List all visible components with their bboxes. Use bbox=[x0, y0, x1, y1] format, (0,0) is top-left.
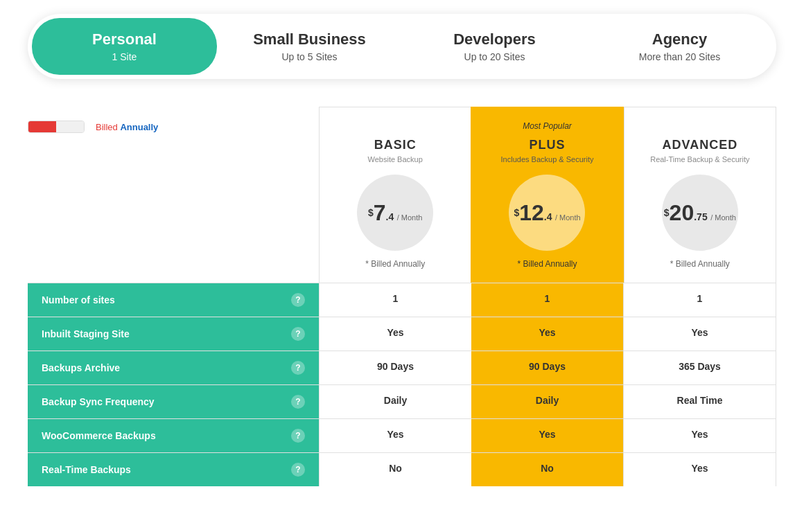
plan-subtitle-plus: Includes Backup & Security bbox=[478, 155, 615, 163]
feature-row: Inbuilt Staging Site ? YesYesYes bbox=[28, 317, 776, 351]
price-card-advanced: ADVANCED Real-Time Backup & Security $20… bbox=[624, 107, 776, 283]
feature-label-text: WooCommerce Backups bbox=[42, 430, 156, 441]
plan-tab-desc: Up to 5 Sites bbox=[231, 51, 388, 62]
billed-annually-basic: * Billed Annually bbox=[326, 259, 464, 269]
plan-tab-desc: More than 20 Sites bbox=[601, 51, 758, 62]
most-popular-badge bbox=[631, 121, 769, 132]
plan-tab-name: Developers bbox=[416, 30, 573, 48]
price-card-plus: Most Popular PLUS Includes Backup & Secu… bbox=[471, 107, 623, 283]
feature-label-3: Backup Sync Frequency ? bbox=[28, 385, 319, 418]
price-card-basic: BASIC Website Backup $7.4 / Month * Bill… bbox=[319, 107, 471, 283]
plan-tab-name: Small Business bbox=[231, 30, 388, 48]
plan-subtitle-basic: Website Backup bbox=[326, 155, 464, 163]
pricing-page: Personal 1 Site Small Business Up to 5 S… bbox=[0, 0, 804, 500]
feature-label-1: Inbuilt Staging Site ? bbox=[28, 317, 319, 351]
feature-value-2-0: 90 Days bbox=[319, 351, 471, 384]
feature-row: Backup Sync Frequency ? DailyDailyReal T… bbox=[28, 384, 776, 418]
plan-tab-desc: 1 Site bbox=[46, 51, 203, 62]
billed-annually-advanced: * Billed Annually bbox=[631, 259, 769, 269]
feature-row: WooCommerce Backups ? YesYesYes bbox=[28, 418, 776, 452]
plan-title-basic: BASIC bbox=[326, 138, 464, 152]
feature-label-5: Real-Time Backups ? bbox=[28, 453, 319, 486]
feature-value-4-1: Yes bbox=[471, 419, 623, 452]
price-decimal: .4 bbox=[544, 211, 552, 222]
price-cards-row: BASIC Website Backup $7.4 / Month * Bill… bbox=[319, 107, 776, 283]
plan-tab-small-business[interactable]: Small Business Up to 5 Sites bbox=[217, 18, 402, 75]
feature-label-4: WooCommerce Backups ? bbox=[28, 419, 319, 452]
price-period: / Month bbox=[555, 213, 581, 222]
feature-label-0: Number of sites ? bbox=[28, 283, 319, 317]
billing-note: Billed Annually bbox=[96, 122, 158, 132]
most-popular-badge: Most Popular bbox=[478, 121, 615, 132]
plan-tab-name: Personal bbox=[46, 30, 203, 48]
plan-tab-desc: Up to 20 Sites bbox=[416, 51, 573, 62]
feature-label-text: Real-Time Backups bbox=[42, 464, 131, 475]
feature-help-icon[interactable]: ? bbox=[291, 327, 305, 341]
price-main: 12 bbox=[519, 200, 544, 225]
feature-value-5-2: Yes bbox=[623, 453, 776, 486]
price-decimal: .4 bbox=[386, 211, 394, 222]
feature-value-0-1: 1 bbox=[471, 283, 623, 317]
comparison-table: Billed Annually BASIC Website Backup $7.… bbox=[28, 107, 776, 486]
plan-tabs: Personal 1 Site Small Business Up to 5 S… bbox=[28, 14, 776, 79]
feature-help-icon[interactable]: ? bbox=[291, 395, 305, 409]
billing-toggle[interactable] bbox=[28, 121, 85, 133]
month-toggle[interactable] bbox=[28, 121, 56, 132]
price-period: / Month bbox=[397, 213, 423, 222]
feature-value-1-2: Yes bbox=[623, 317, 776, 351]
feature-help-icon[interactable]: ? bbox=[291, 463, 305, 477]
plan-tab-developers[interactable]: Developers Up to 20 Sites bbox=[402, 18, 587, 75]
price-header-row: Billed Annually BASIC Website Backup $7.… bbox=[28, 107, 776, 283]
feature-value-4-0: Yes bbox=[319, 419, 471, 452]
feature-row: Number of sites ? 111 bbox=[28, 283, 776, 317]
feature-rows: Number of sites ? 111 Inbuilt Staging Si… bbox=[28, 283, 776, 486]
feature-label-text: Inbuilt Staging Site bbox=[42, 328, 130, 339]
feature-row: Backups Archive ? 90 Days90 Days365 Days bbox=[28, 351, 776, 384]
feature-help-icon[interactable]: ? bbox=[291, 293, 305, 307]
feature-label-text: Number of sites bbox=[42, 294, 115, 305]
billing-section: Billed Annually bbox=[28, 121, 319, 133]
plan-subtitle-advanced: Real-Time Backup & Security bbox=[631, 155, 769, 163]
feature-value-3-0: Daily bbox=[319, 385, 471, 418]
feature-value-5-0: No bbox=[319, 453, 471, 486]
plan-tab-agency[interactable]: Agency More than 20 Sites bbox=[587, 18, 772, 75]
feature-label-2: Backups Archive ? bbox=[28, 351, 319, 384]
year-toggle[interactable] bbox=[56, 121, 84, 132]
feature-value-3-2: Real Time bbox=[623, 385, 776, 418]
price-dollar: $ bbox=[368, 206, 374, 218]
price-decimal: .75 bbox=[694, 211, 707, 222]
plan-tab-personal[interactable]: Personal 1 Site bbox=[32, 18, 217, 75]
price-bubble-advanced: $20.75 / Month bbox=[662, 175, 738, 251]
plan-tab-name: Agency bbox=[601, 30, 758, 48]
feature-help-icon[interactable]: ? bbox=[291, 429, 305, 443]
feature-label-text: Backups Archive bbox=[42, 362, 120, 373]
feature-value-4-2: Yes bbox=[623, 419, 776, 452]
price-bubble-basic: $7.4 / Month bbox=[357, 175, 433, 251]
plan-title-plus: PLUS bbox=[478, 138, 615, 152]
feature-value-1-1: Yes bbox=[471, 317, 623, 351]
feature-value-1-0: Yes bbox=[319, 317, 471, 351]
billed-annually-plus: * Billed Annually bbox=[478, 259, 615, 269]
feature-value-2-2: 365 Days bbox=[623, 351, 776, 384]
feature-value-5-1: No bbox=[471, 453, 623, 486]
price-period: / Month bbox=[710, 213, 736, 222]
feature-value-3-1: Daily bbox=[471, 385, 623, 418]
price-dollar: $ bbox=[664, 206, 670, 218]
most-popular-badge bbox=[326, 121, 464, 132]
feature-label-text: Backup Sync Frequency bbox=[42, 396, 155, 407]
price-dollar: $ bbox=[514, 206, 519, 218]
feature-value-0-0: 1 bbox=[319, 283, 471, 317]
feature-row: Real-Time Backups ? NoNoYes bbox=[28, 452, 776, 486]
billing-toggle-area: Billed Annually bbox=[28, 107, 319, 283]
price-bubble-plus: $12.4 / Month bbox=[509, 175, 585, 251]
feature-value-2-1: 90 Days bbox=[471, 351, 623, 384]
feature-value-0-2: 1 bbox=[623, 283, 776, 317]
price-main: 20 bbox=[670, 200, 694, 225]
feature-help-icon[interactable]: ? bbox=[291, 361, 305, 375]
price-main: 7 bbox=[374, 200, 386, 225]
plan-title-advanced: ADVANCED bbox=[631, 138, 769, 152]
